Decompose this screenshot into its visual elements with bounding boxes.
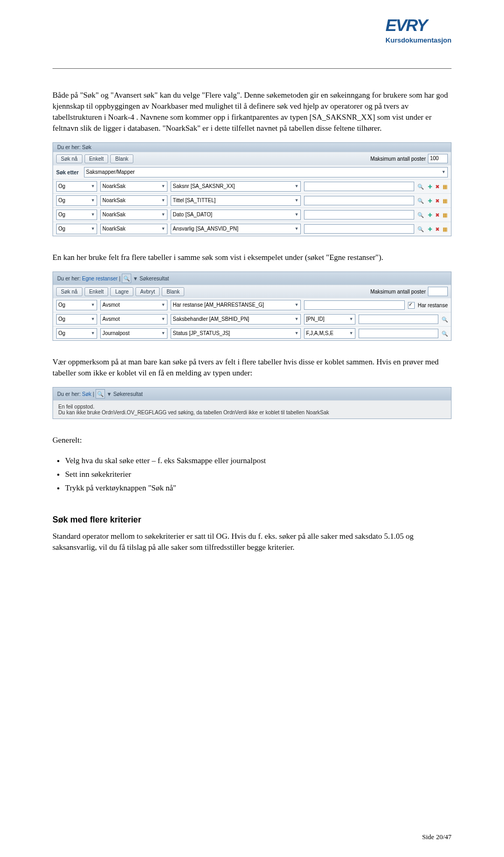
select[interactable]: Dato [SA_DATO]▼ (171, 210, 301, 220)
add-icon[interactable]: ✚ (427, 226, 433, 232)
select[interactable]: Og▼ (56, 181, 97, 192)
select[interactable]: NoarkSak▼ (100, 181, 167, 192)
btn2-avbryt[interactable]: Avbryt (135, 287, 160, 296)
btn2-enkelt[interactable]: Enkelt (85, 287, 109, 296)
search-app-1: Du er her: Søk Søk nå Enkelt Blank Maksi… (52, 142, 452, 236)
remove-icon[interactable]: ✖ (434, 226, 440, 232)
logo-block: EVRY Kursdokumentasjon (385, 16, 452, 44)
btn-enkelt[interactable]: Enkelt (85, 154, 109, 163)
select[interactable]: F,J,A,M,S,E▼ (304, 328, 355, 339)
select[interactable]: [PN_ID]▼ (304, 314, 355, 325)
chevron-down-icon: ▼ (295, 183, 299, 190)
lookup-icon[interactable]: 🔍 (442, 330, 448, 337)
chevron-down-icon: ▼ (295, 330, 299, 337)
bc3-prefix: Du er her: (57, 391, 80, 397)
select[interactable]: Journalpost▼ (100, 328, 167, 339)
checkbox[interactable] (408, 302, 415, 309)
remove-icon[interactable]: ✖ (434, 197, 440, 204)
value-input[interactable] (304, 224, 414, 234)
edit-icon[interactable]: ▦ (442, 197, 448, 204)
page-number: Side 20/47 (422, 833, 452, 841)
select[interactable]: Avsmot▼ (100, 300, 167, 310)
row-icons: ✚✖▦ (427, 212, 448, 218)
sok-etter-label: Søk etter (56, 170, 79, 175)
btn-sok-na[interactable]: Søk nå (56, 154, 82, 163)
bc-prefix: Du er her: (57, 276, 80, 281)
select[interactable]: Har restanse [AM_HARRESTANSE_G]▼ (171, 300, 301, 310)
value-input[interactable] (304, 210, 414, 220)
breadcrumb-1: Du er her: Søk (53, 143, 451, 152)
select[interactable]: Og▼ (56, 224, 97, 234)
chevron-down-icon: ▼ (295, 225, 299, 233)
bullet-list: Velg hva du skal søke etter – f. eks Sak… (65, 454, 452, 494)
chevron-down-icon: ▼ (161, 225, 165, 233)
add-icon[interactable]: ✚ (427, 212, 433, 218)
btn2-lagre[interactable]: Lagre (110, 287, 133, 296)
max-label: Maksimum antall poster (370, 156, 426, 162)
chevron-down-icon: ▼ (91, 330, 95, 337)
criteria-row: Og▼Journalpost▼Status [JP_STATUS_JS]▼F,J… (53, 326, 451, 340)
chevron-down-icon: ▼ (349, 330, 353, 337)
criteria-row: Og▼NoarkSak▼Saksnr [SA_SAKSNR_XX]▼🔍✚✖▦ (53, 179, 451, 193)
select[interactable]: Tittel [SA_TITTEL]▼ (171, 195, 301, 206)
criteria-row: Og▼Avsmot▼Saksbehandler [AM_SBHID_PN]▼[P… (53, 312, 451, 326)
error-box: En feil oppstod. Du kan ikke bruke OrdnV… (53, 400, 451, 419)
add-icon[interactable]: ✚ (427, 197, 433, 204)
criteria-row: Og▼NoarkSak▼Dato [SA_DATO]▼🔍✚✖▦ (53, 207, 451, 222)
remove-icon[interactable]: ✖ (434, 212, 440, 218)
search-icon-3[interactable]: 🔍 (96, 389, 105, 399)
bc3-link[interactable]: Søk (82, 391, 91, 397)
value-input[interactable] (359, 315, 438, 324)
chevron-down-icon: ▼ (161, 316, 165, 323)
value-input[interactable] (304, 300, 405, 310)
btn2-sok-na[interactable]: Søk nå (56, 287, 82, 296)
sok-etter-row: Søk etter Saksmapper/Mapper▼ (53, 165, 451, 179)
bullet-3: Trykk på verktøyknappen "Søk nå" (65, 482, 452, 494)
chevron-down-icon: ▼ (161, 183, 165, 190)
max-input-2[interactable] (428, 287, 448, 296)
sok-etter-select[interactable]: Saksmapper/Mapper (86, 169, 135, 176)
select[interactable]: Ansvarlig [SA_ANSVID_PN]▼ (171, 224, 301, 234)
lookup-icon[interactable]: 🔍 (417, 183, 424, 190)
paragraph-4: Standard operator mellom to søkekriterie… (52, 531, 452, 553)
select[interactable]: NoarkSak▼ (100, 195, 167, 206)
select[interactable]: Saksnr [SA_SAKSNR_XX]▼ (171, 181, 301, 192)
breadcrumb-3: Du er her: Søk | 🔍 ▼ Søkeresultat (53, 388, 451, 400)
toolbar-2: Søk nå Enkelt Lagre Avbryt Blank Maksimu… (53, 285, 451, 298)
chevron-down-icon: ▼ (91, 301, 95, 309)
lookup-icon[interactable]: 🔍 (417, 197, 424, 204)
bc-link[interactable]: Egne restanser (82, 276, 118, 281)
select[interactable]: Og▼ (56, 210, 97, 220)
max-input[interactable]: 100 (428, 154, 448, 163)
select[interactable]: NoarkSak▼ (100, 210, 167, 220)
search-icon[interactable]: 🔍 (122, 274, 131, 283)
chevron-down-icon: ▼ (91, 225, 95, 233)
select[interactable]: Og▼ (56, 314, 97, 325)
select[interactable]: Saksbehandler [AM_SBHID_PN]▼ (171, 314, 301, 325)
btn-blank[interactable]: Blank (110, 154, 133, 163)
chevron-down-icon: ▼ (349, 316, 353, 323)
value-input[interactable] (304, 182, 414, 191)
edit-icon[interactable]: ▦ (442, 183, 448, 190)
select[interactable]: Avsmot▼ (100, 314, 167, 325)
btn2-blank[interactable]: Blank (162, 287, 184, 296)
edit-icon[interactable]: ▦ (442, 212, 448, 218)
lookup-icon[interactable]: 🔍 (417, 226, 424, 232)
select[interactable]: NoarkSak▼ (100, 224, 167, 234)
select[interactable]: Og▼ (56, 300, 97, 310)
bullet-2: Sett inn søkekriterier (65, 468, 452, 480)
lookup-icon[interactable]: 🔍 (417, 212, 424, 218)
select[interactable]: Status [JP_STATUS_JS]▼ (171, 328, 301, 339)
max-label-2: Maksimum antall poster (370, 289, 426, 295)
lookup-icon[interactable]: 🔍 (442, 316, 448, 322)
paragraph-1: Både på "Søk" og "Avansert søk" kan du v… (52, 90, 452, 134)
value-input[interactable] (359, 329, 438, 338)
select[interactable]: Og▼ (56, 328, 97, 339)
chevron-down-icon: ▼ (442, 169, 446, 176)
select[interactable]: Og▼ (56, 195, 97, 206)
edit-icon[interactable]: ▦ (442, 226, 448, 232)
value-input[interactable] (304, 196, 414, 205)
chevron-down-icon: ▼ (161, 330, 165, 337)
remove-icon[interactable]: ✖ (434, 183, 440, 190)
add-icon[interactable]: ✚ (427, 183, 433, 190)
